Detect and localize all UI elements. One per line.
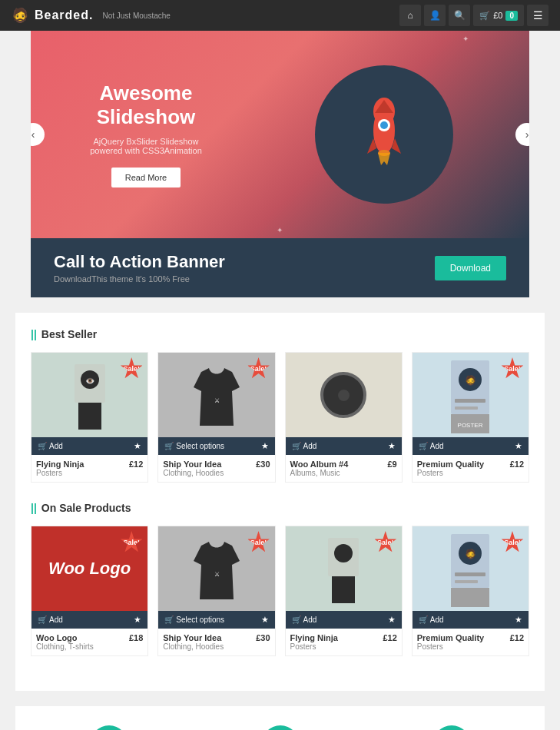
slideshow: ‹ AwesomeSlideshow AjQuery BxSlider Slid… (31, 31, 529, 238)
product-image: ⚔ Sale! (158, 526, 274, 611)
cart-icon: 🛒 (419, 442, 428, 450)
product-name: Woo Album #4 (290, 460, 397, 469)
wishlist-button[interactable]: ★ (261, 615, 269, 625)
slideshow-description: AjQuery BxSlider Slideshow powered with … (77, 137, 215, 155)
feature-who-we-are: Who We Are? Drag and drop homepage widge… (31, 725, 187, 730)
product-actions: 🛒 Add ★ (413, 437, 529, 455)
select-options-button[interactable]: 🛒 Select options (164, 442, 224, 450)
add-to-cart-button[interactable]: 🛒 Add (292, 616, 317, 624)
product-category: Clothing, Hoodies (163, 469, 270, 477)
logo: 🧔 Bearded. Not Just Moustache (12, 7, 171, 24)
header-nav-icons: ⌂ 👤 🔍 🛒 £0 0 ☰ (399, 5, 548, 26)
cta-banner: Call to Action Banner DownloadThis theme… (31, 238, 529, 297)
product-card: 👁️ Sale! 🛒 Add ★ £12 Flying Ninja Poster… (31, 352, 148, 483)
product-name: Flying Ninja (290, 633, 397, 642)
add-to-cart-button[interactable]: 🛒 Add (292, 442, 317, 450)
site-header: 🧔 Bearded. Not Just Moustache ⌂ 👤 🔍 🛒 £0… (0, 0, 560, 31)
home-button[interactable]: ⌂ (399, 5, 421, 26)
product-card: 🧔 POSTER Sale! 🛒 Add ★ (412, 352, 529, 483)
cart-label: £0 (493, 11, 502, 20)
cart-count: 0 (505, 11, 518, 21)
product-card: 🧔 Sale! 🛒 Add ★ £ (412, 526, 529, 656)
svg-rect-24 (332, 576, 355, 603)
cart-button[interactable]: 🛒 £0 0 (473, 5, 524, 26)
product-category: Posters (36, 469, 143, 477)
wishlist-button[interactable]: ★ (261, 441, 269, 451)
product-category: Albums, Music (290, 469, 397, 477)
product-price: £12 (129, 460, 143, 469)
cta-text: Call to Action Banner DownloadThis theme… (54, 252, 225, 284)
svg-text:⚔: ⚔ (214, 397, 219, 404)
add-to-cart-button[interactable]: 🛒 Add (38, 616, 63, 624)
product-image (286, 353, 402, 437)
product-name: Premium Quality (417, 633, 524, 642)
product-image: 🧔 Sale! (413, 526, 529, 611)
product-info: £12 Premium Quality Posters (413, 629, 529, 655)
product-category: Posters (417, 642, 524, 651)
product-price: £18 (129, 633, 143, 642)
svg-point-23 (334, 544, 353, 562)
logo-text: Bearded. (35, 8, 93, 22)
svg-point-4 (380, 121, 388, 129)
product-actions: 🛒 Add ★ (31, 437, 147, 455)
product-name: Flying Ninja (36, 460, 143, 469)
svg-rect-17 (455, 399, 485, 403)
product-info: £12 Flying Ninja Posters (286, 629, 402, 655)
rocket-svg (353, 96, 415, 173)
wishlist-button[interactable]: ★ (388, 615, 396, 625)
cart-icon: 🛒 (292, 616, 301, 624)
product-card: 🛒 Add ★ £9 Woo Album #4 Albums, Music (285, 352, 403, 483)
select-options-button[interactable]: 🛒 Select options (164, 616, 224, 624)
cart-icon: 🛒 (292, 442, 301, 450)
on-sale-grid: Woo Logo Sale! 🛒 Add ★ £18 Woo Logo Clot… (31, 526, 529, 656)
logo-icon: 🧔 (12, 7, 28, 24)
product-card: ⚔ Sale! 🛒 Select options ★ £30 Ship Your… (157, 352, 275, 483)
feature-what-we-do: What We Do? Aenean lacinia bibendum null… (202, 725, 358, 730)
product-price: £12 (383, 633, 396, 642)
feature-icon (90, 725, 128, 730)
svg-rect-11 (78, 403, 101, 430)
cart-icon: 🛒 (419, 616, 428, 624)
product-price: £30 (256, 633, 270, 642)
svg-rect-18 (455, 406, 478, 410)
svg-rect-30 (451, 588, 489, 607)
svg-marker-8 (378, 153, 390, 165)
product-image: 🧔 POSTER Sale! (413, 353, 529, 437)
wishlist-button[interactable]: ★ (134, 441, 141, 451)
cta-download-button[interactable]: Download (435, 256, 506, 280)
product-price: £9 (388, 460, 397, 469)
cart-icon: 🛒 (164, 616, 174, 624)
wishlist-button[interactable]: ★ (134, 615, 141, 625)
svg-text:🧔: 🧔 (465, 548, 476, 559)
product-category: Clothing, Hoodies (163, 642, 270, 651)
product-info: £12 Flying Ninja Posters (31, 455, 147, 482)
svg-text:POSTER: POSTER (458, 422, 483, 429)
wishlist-button[interactable]: ★ (515, 615, 522, 625)
read-more-button[interactable]: Read More (111, 168, 181, 187)
product-name: Premium Quality (417, 460, 524, 469)
product-actions: 🛒 Add ★ (413, 611, 529, 629)
product-info: £30 Ship Your Idea Clothing, Hoodies (158, 629, 274, 655)
product-image: 👁️ Sale! (31, 353, 147, 437)
feature-why-choose: Why Choose Us? Aenean lacinia bibendum n… (373, 725, 529, 730)
product-info: £12 Premium Quality Posters (413, 455, 529, 482)
wishlist-button[interactable]: ★ (515, 441, 522, 451)
best-seller-grid: 👁️ Sale! 🛒 Add ★ £12 Flying Ninja Poster… (31, 352, 529, 483)
cart-icon: 🛒 (164, 442, 174, 450)
menu-button[interactable]: ☰ (527, 5, 548, 26)
add-to-cart-button[interactable]: 🛒 Add (419, 442, 444, 450)
slideshow-content: AwesomeSlideshow AjQuery BxSlider Slides… (31, 51, 261, 218)
product-actions: 🛒 Select options ★ (158, 437, 274, 455)
add-to-cart-button[interactable]: 🛒 Add (38, 442, 63, 450)
product-price: £12 (510, 633, 524, 642)
user-button[interactable]: 👤 (424, 5, 446, 26)
product-name: Woo Logo (36, 633, 143, 642)
product-category: Clothing, T-shirts (36, 642, 143, 651)
wishlist-button[interactable]: ★ (388, 441, 396, 451)
search-button[interactable]: 🔍 (449, 5, 470, 26)
product-actions: 🛒 Add ★ (31, 611, 147, 629)
slideshow-graphic: ✦ ✦ ✦ (261, 65, 529, 204)
add-to-cart-button[interactable]: 🛒 Add (419, 616, 444, 624)
product-info: £30 Ship Your Idea Clothing, Hoodies (158, 455, 274, 482)
product-image: ⚔ Sale! (158, 353, 274, 437)
